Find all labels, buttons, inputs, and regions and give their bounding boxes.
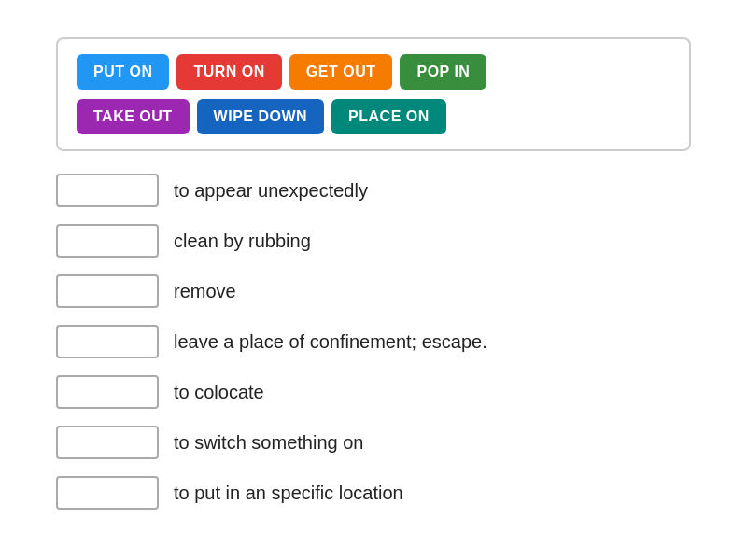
definition-1: to appear unexpectedly [174,180,368,202]
definition-7: to put in an specific location [174,483,403,504]
btn-get-out[interactable]: GET OUT [289,54,393,90]
btn-take-out[interactable]: TAKE OUT [77,99,190,134]
btn-place-on[interactable]: PLACE ON [331,99,446,134]
answer-box-4[interactable] [56,325,159,358]
answer-box-5[interactable] [56,375,159,409]
definition-3: remove [174,281,236,302]
definition-5: to colocate [174,382,264,403]
btn-turn-on[interactable]: TURN ON [176,54,281,90]
definition-6: to switch something on [174,432,363,454]
word-bank: PUT ON TURN ON GET OUT POP IN TAKE OUT W… [56,37,691,151]
answer-box-2[interactable] [56,224,159,258]
btn-put-on[interactable]: PUT ON [77,54,169,90]
answer-box-1[interactable] [56,174,159,207]
answer-row-4: leave a place of confinement; escape. [56,325,691,358]
btn-pop-in[interactable]: POP IN [400,54,486,90]
definition-4: leave a place of confinement; escape. [174,331,487,353]
answer-row-6: to switch something on [56,426,691,459]
answer-box-7[interactable] [56,476,159,510]
word-bank-row-1: PUT ON TURN ON GET OUT POP IN [77,54,486,90]
answer-row-7: to put in an specific location [56,476,691,510]
answers-section: to appear unexpectedly clean by rubbing … [56,174,691,510]
answer-box-6[interactable] [56,426,159,459]
btn-wipe-down[interactable]: WIPE DOWN [197,99,325,134]
answer-row-5: to colocate [56,375,691,409]
answer-row-1: to appear unexpectedly [56,174,691,207]
definition-2: clean by rubbing [174,231,311,252]
answer-row-2: clean by rubbing [56,224,691,258]
word-bank-row-2: TAKE OUT WIPE DOWN PLACE ON [77,99,446,134]
answer-box-3[interactable] [56,274,159,308]
answer-row-3: remove [56,274,691,308]
